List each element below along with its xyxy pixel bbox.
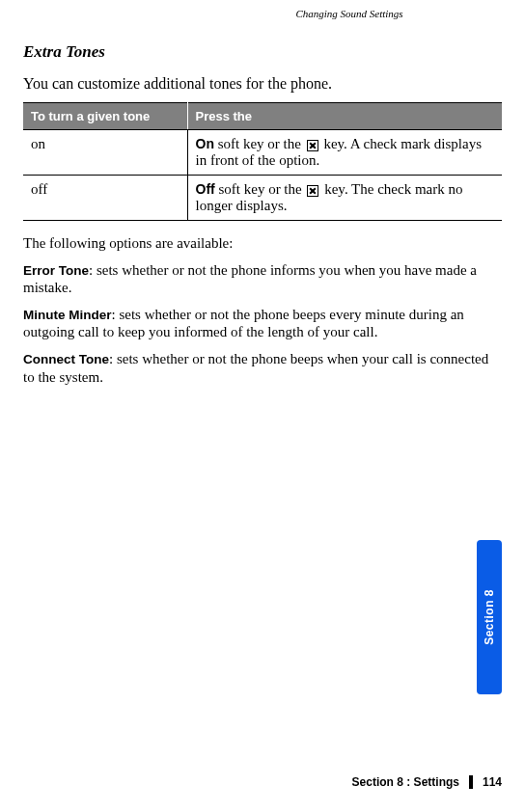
header-breadcrumb: Changing Sound Settings <box>197 8 502 19</box>
options-intro: The following options are available: <box>23 234 502 252</box>
footer-page-number: 114 <box>483 775 502 789</box>
footer-section: Section 8 : Settings <box>352 775 459 789</box>
footer-divider <box>469 775 473 789</box>
section-title: Extra Tones <box>23 42 502 62</box>
option-name: Error Tone <box>23 263 89 278</box>
table-cell-off: off <box>23 176 187 221</box>
table-row: on On soft key or the key. A check mark … <box>23 130 502 176</box>
intro-text: You can customize additional tones for t… <box>23 75 502 93</box>
table-cell-off-desc: Off soft key or the key. The check mark … <box>187 176 502 221</box>
option-name: Minute Minder <box>23 308 112 322</box>
bold-off: Off <box>196 181 215 197</box>
cancel-key-icon <box>307 185 318 197</box>
page: Changing Sound Settings Extra Tones You … <box>0 0 525 812</box>
text-fragment: soft key or the <box>215 181 306 197</box>
option-minute-minder: Minute Minder: sets whether or not the p… <box>23 306 502 340</box>
bold-on: On <box>196 136 214 151</box>
table-header-col2: Press the <box>187 103 502 130</box>
option-desc: : sets whether or not the phone informs … <box>23 262 477 295</box>
table-cell-on-desc: On soft key or the key. A check mark dis… <box>187 130 502 176</box>
table-header-col1: To turn a given tone <box>23 103 187 130</box>
section-tab: Section 8 <box>477 540 502 694</box>
option-name: Connect Tone <box>23 352 109 366</box>
tone-table: To turn a given tone Press the on On sof… <box>23 102 502 221</box>
option-connect-tone: Connect Tone: sets whether or not the ph… <box>23 350 502 385</box>
table-row: off Off soft key or the key. The check m… <box>23 176 502 221</box>
cancel-key-icon <box>307 140 318 151</box>
section-tab-label: Section 8 <box>483 589 496 645</box>
table-cell-on: on <box>23 130 187 176</box>
footer: Section 8 : Settings 114 <box>352 775 502 789</box>
option-error-tone: Error Tone: sets whether or not the phon… <box>23 261 502 296</box>
text-fragment: soft key or the <box>214 136 305 151</box>
